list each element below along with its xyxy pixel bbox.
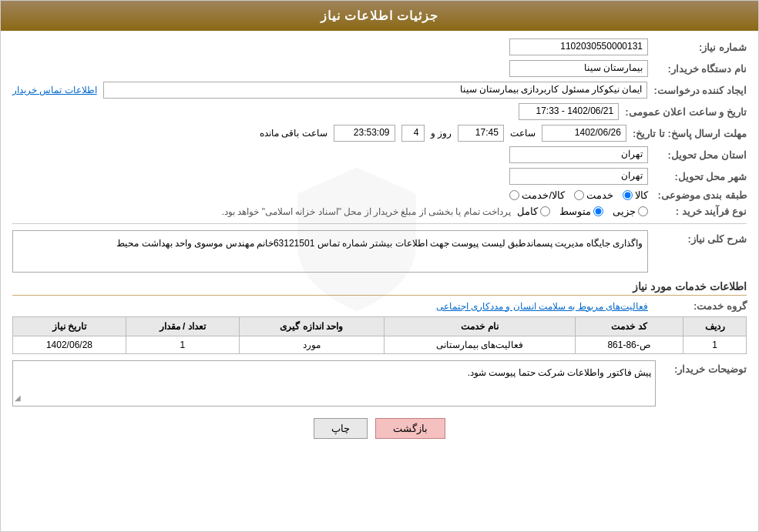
buttons-row: بازگشت چاپ: [12, 418, 747, 439]
purchase-type-motevaset-radio[interactable]: [593, 206, 603, 216]
category-khidmat-label: خدمت: [586, 189, 613, 201]
col-unit: واحد اندازه گیری: [239, 317, 384, 336]
description-value: واگذاری جایگاه مدیریت پسماندطبق لیست پیو…: [12, 230, 648, 273]
city-value: تهران: [509, 168, 648, 185]
city-label: شهر محل تحویل:: [654, 171, 747, 182]
province-label: استان محل تحویل:: [654, 149, 747, 161]
requester-label: ایجاد کننده درخواست:: [653, 85, 747, 96]
reply-days-label: روز و: [431, 128, 452, 139]
requester-contact-link[interactable]: اطلاعات تماس خریدار: [12, 85, 97, 95]
need-number-label: شماره نیاز:: [654, 42, 747, 53]
cell-unit: مورد: [239, 336, 384, 354]
cell-name: فعالیت‌های بیمارستانی: [384, 336, 575, 354]
col-row: ردیف: [683, 317, 747, 336]
category-khidmat[interactable]: خدمت: [574, 189, 613, 201]
buyer-desc-label: توضیحات خریدار:: [662, 360, 747, 375]
buyer-name-label: نام دستگاه خریدار:: [654, 63, 747, 75]
service-group-label: گروه خدمت:: [654, 300, 747, 312]
col-date: تاریخ نیاز: [13, 317, 126, 336]
print-button[interactable]: چاپ: [314, 418, 368, 439]
description-label: شرح کلی نیاز:: [654, 230, 747, 245]
purchase-type-kamel[interactable]: کامل: [517, 206, 550, 217]
purchase-type-kamel-label: کامل: [517, 206, 538, 217]
requester-value: ایمان نیکوکار مسئول کاربردازی بیمارستان …: [103, 82, 648, 99]
reply-remaining-value: 23:53:09: [334, 125, 395, 142]
service-info-title: اطلاعات خدمات مورد نیاز: [12, 280, 747, 296]
purchase-type-jozi-radio[interactable]: [638, 206, 648, 216]
purchase-type-motevaset[interactable]: متوسط: [559, 206, 603, 217]
cell-code: ص-86-861: [576, 336, 683, 354]
reply-days-value: 4: [401, 125, 425, 142]
divider-1: [12, 223, 747, 224]
back-button[interactable]: بازگشت: [375, 418, 445, 439]
category-kala-label: کالا: [635, 189, 648, 201]
resize-icon: ◢: [15, 391, 21, 404]
cell-date: 1402/06/28: [13, 336, 126, 354]
purchase-type-label: نوع فرآیند خرید :: [654, 206, 747, 217]
category-radio-group: کالا/خدمت خدمت کالا: [509, 189, 648, 201]
services-table: ردیف کد خدمت نام خدمت واحد اندازه گیری ت…: [12, 316, 747, 354]
purchase-type-kamel-radio[interactable]: [540, 206, 550, 216]
buyer-desc-value: پیش فاکتور واطلاعات شرکت حتما پیوست شود.…: [12, 360, 656, 407]
col-name: نام خدمت: [384, 317, 575, 336]
category-kala-khidmat[interactable]: کالا/خدمت: [509, 189, 565, 201]
col-quantity: تعداد / مقدار: [126, 317, 239, 336]
announce-date-label: تاریخ و ساعت اعلان عمومی:: [625, 106, 747, 118]
cell-quantity: 1: [126, 336, 239, 354]
purchase-type-radio-group: کامل متوسط جزیی: [517, 206, 648, 217]
reply-deadline-label: مهلت ارسال پاسخ: تا تاریخ:: [633, 128, 747, 139]
reply-time-label: ساعت: [510, 128, 536, 139]
table-row: 1 ص-86-861 فعالیت‌های بیمارستانی مورد 1 …: [13, 336, 747, 354]
reply-remaining-label: ساعت باقی مانده: [260, 128, 327, 139]
category-kala[interactable]: کالا: [623, 189, 648, 201]
buyer-name-value: بیمارستان سینا: [509, 60, 648, 77]
province-value: تهران: [509, 146, 648, 163]
service-group-value[interactable]: فعالیت‌های مربوط به سلامت انسان و مددکار…: [436, 301, 648, 312]
need-number-value: 1102030550000131: [509, 38, 648, 55]
announce-date-value: 1402/06/21 - 17:33: [519, 103, 619, 120]
purchase-type-jozi-label: جزیی: [613, 206, 636, 217]
category-khidmat-radio[interactable]: [574, 190, 584, 200]
category-label: طبقه بندی موضوعی:: [654, 189, 747, 201]
page-header: جزئیات اطلاعات نیاز: [1, 1, 758, 31]
category-kala-khidmat-radio[interactable]: [509, 190, 519, 200]
reply-time-value: 17:45: [458, 125, 504, 142]
col-code: کد خدمت: [576, 317, 683, 336]
purchase-type-motevaset-label: متوسط: [559, 206, 591, 217]
category-kala-radio[interactable]: [623, 190, 633, 200]
purchase-type-jozi[interactable]: جزیی: [613, 206, 648, 217]
purchase-type-notice: پرداخت تمام یا بخشی از مبلغ خریدار از مح…: [222, 206, 511, 217]
category-kala-khidmat-label: کالا/خدمت: [522, 189, 565, 201]
reply-date-value: 1402/06/26: [542, 125, 626, 142]
cell-row: 1: [683, 336, 747, 354]
